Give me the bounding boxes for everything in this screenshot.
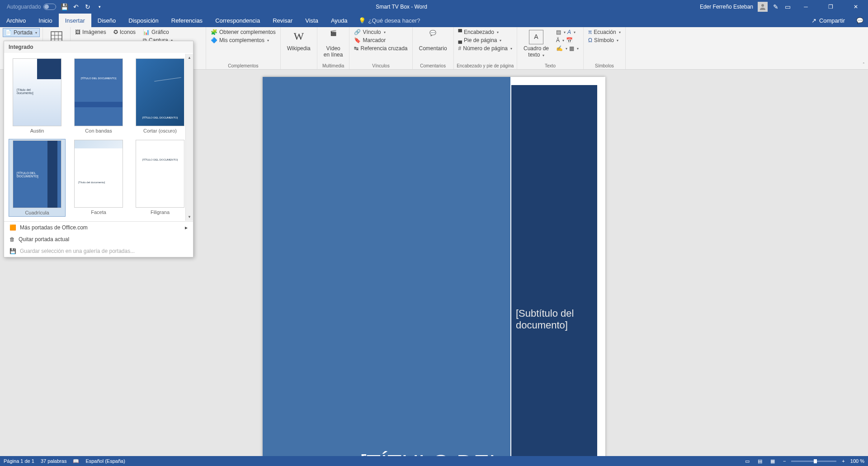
chevron-down-icon: ▾ xyxy=(562,38,564,43)
thumb-text: [TÍTULO DEL DOCUMENTO] xyxy=(136,158,184,161)
zoom-slider[interactable] xyxy=(791,461,836,462)
collapse-ribbon-button[interactable]: ˆ xyxy=(863,62,864,67)
remove-cover-item[interactable]: 🗑 Quitar portada actual xyxy=(4,233,193,245)
scroll-down-icon[interactable]: ▼ xyxy=(186,213,193,221)
mis-complementos-button[interactable]: 🔷Mis complementos▾ xyxy=(209,36,278,44)
referencia-cruzada-button[interactable]: ↹Referencia cruzada xyxy=(352,44,409,52)
group-simbolos-label: Símbolos xyxy=(586,62,623,69)
dropcap-button[interactable]: Ä▾ 📅 xyxy=(554,36,580,44)
comentario-button[interactable]: 💬 Comentario xyxy=(415,28,451,53)
tab-insertar[interactable]: Insertar xyxy=(59,14,91,27)
print-layout-button[interactable]: ▤ xyxy=(755,457,765,465)
cover-austin[interactable]: [Título del documento] Austin xyxy=(9,57,66,134)
cover-cuadricula[interactable]: [TÍTULO DEL DOCUMENTO] Cuadrícula xyxy=(9,139,66,217)
document-title-field[interactable]: [TÍTULO DEL DOCUMENTO] xyxy=(272,450,502,456)
imagenes-button[interactable]: 🖼Imágenes xyxy=(73,28,108,36)
cover-faceta-thumb: [Título del documento] xyxy=(74,140,123,208)
cover-cortar-oscuro[interactable]: [TÍTULO DEL DOCUMENTO] Cortar (oscuro) xyxy=(132,57,189,134)
zoom-out-button[interactable]: − xyxy=(780,458,788,464)
dropdown-scrollbar[interactable]: ▲ ▼ xyxy=(185,54,193,221)
iconos-button[interactable]: ✪Iconos xyxy=(112,28,137,36)
group-vinculos-label: Vínculos xyxy=(352,62,409,69)
cover-faceta[interactable]: [Título del documento] Faceta xyxy=(70,139,127,217)
cover-bandas-thumb: [TÍTULO DEL DOCUMENTO] xyxy=(74,58,123,126)
word-count[interactable]: 37 palabras xyxy=(41,458,67,464)
undo-icon[interactable]: ↶ xyxy=(72,3,80,10)
pen-icon[interactable]: ✎ xyxy=(772,3,779,10)
wikipedia-label: Wikipedia xyxy=(287,45,311,52)
redo-icon[interactable]: ↻ xyxy=(84,3,91,10)
simbolo-button[interactable]: ΩSímbolo▾ xyxy=(586,36,623,44)
page-icon: 📄 xyxy=(5,29,12,36)
close-button[interactable]: ✕ xyxy=(845,0,866,14)
tab-ayuda[interactable]: Ayuda xyxy=(325,14,354,27)
tell-me-search[interactable]: 💡 ¿Qué desea hacer? xyxy=(359,17,420,24)
cover-con-bandas[interactable]: [TÍTULO DEL DOCUMENTO] Con bandas xyxy=(70,57,127,134)
encabezado-button[interactable]: ▀Encabezado▾ xyxy=(457,28,514,36)
maximize-button[interactable]: ❐ xyxy=(821,0,841,14)
autosave-toggle[interactable]: Autoguardado xyxy=(7,4,56,10)
wordart-icon: A xyxy=(567,29,571,35)
remove-cover-label: Quitar portada actual xyxy=(19,236,69,243)
chevron-down-icon: ▾ xyxy=(267,38,269,43)
tab-diseno[interactable]: Diseño xyxy=(91,14,122,27)
window-title: Smart TV Box - Word xyxy=(103,4,700,10)
tab-archivo[interactable]: Archivo xyxy=(0,14,32,27)
wikipedia-button[interactable]: W Wikipedia xyxy=(283,28,314,53)
web-layout-button[interactable]: ▦ xyxy=(768,457,778,465)
more-covers-item[interactable]: 🟧 Más portadas de Office.com ▸ xyxy=(4,222,193,233)
comments-pane-button[interactable]: 💬 xyxy=(852,14,868,27)
cover-left-panel xyxy=(263,77,510,456)
obtener-complementos-button[interactable]: 🧩Obtener complementos xyxy=(209,28,278,36)
object-icon: ▦ xyxy=(569,45,574,52)
read-mode-button[interactable]: ▭ xyxy=(742,457,752,465)
grafico-button[interactable]: 📊Gráfico xyxy=(141,28,175,36)
thumb-text: [TÍTULO DEL DOCUMENTO] xyxy=(17,171,44,178)
quickparts-button[interactable]: ▤▾ A▾ xyxy=(554,28,580,36)
qat-dropdown-icon[interactable]: ▾ xyxy=(96,3,103,10)
cuadro-texto-button[interactable]: A Cuadro de texto ▾ xyxy=(520,28,552,60)
display-mode-icon[interactable]: ▭ xyxy=(784,3,791,10)
signature-button[interactable]: ✍▾ ▦▾ xyxy=(554,44,580,52)
grafico-label: Gráfico xyxy=(151,29,169,35)
ecuacion-button[interactable]: πEcuación▾ xyxy=(586,28,623,36)
chevron-down-icon: ▾ xyxy=(510,47,512,51)
tab-inicio[interactable]: Inicio xyxy=(32,14,58,27)
save-icon[interactable]: 💾 xyxy=(61,3,68,10)
imagenes-label: Imágenes xyxy=(82,29,106,35)
proofing-icon[interactable]: 📖 xyxy=(73,458,79,464)
document-subtitle-field[interactable]: [Subtítulo del documento] xyxy=(516,308,593,331)
minimize-button[interactable]: ─ xyxy=(796,0,816,14)
share-button[interactable]: ↗ Compartir xyxy=(805,17,852,24)
user-avatar-icon[interactable] xyxy=(758,2,768,12)
refcruz-label: Referencia cruzada xyxy=(360,45,407,52)
share-label: Compartir xyxy=(819,17,845,24)
user-name[interactable]: Eder Ferreño Esteban xyxy=(700,4,753,10)
portada-button[interactable]: 📄 Portada ▾ xyxy=(3,28,40,37)
remove-icon: 🗑 xyxy=(9,236,15,243)
cover-filigrana[interactable]: [TÍTULO DEL DOCUMENTO] Filigrana xyxy=(132,139,189,217)
pagenum-icon: # xyxy=(458,45,462,52)
zoom-in-button[interactable]: + xyxy=(839,458,847,464)
group-encabezado-label: Encabezado y pie de página xyxy=(457,62,514,69)
tab-correspondencia[interactable]: Correspondencia xyxy=(209,14,266,27)
simbolo-label: Símbolo xyxy=(594,37,614,43)
textbox-icon: A xyxy=(529,30,543,44)
tab-revisar[interactable]: Revisar xyxy=(266,14,299,27)
zoom-level[interactable]: 100 % xyxy=(850,458,864,464)
numero-pagina-button[interactable]: #Número de página▾ xyxy=(457,44,514,52)
pie-pagina-button[interactable]: ▄Pie de página▾ xyxy=(457,36,514,44)
vinculo-button[interactable]: 🔗Vínculo▾ xyxy=(352,28,409,36)
video-button[interactable]: 🎬 Vídeo en línea xyxy=(320,28,347,60)
scroll-up-icon[interactable]: ▲ xyxy=(186,54,193,62)
marcador-button[interactable]: 🔖Marcador xyxy=(352,36,409,44)
tab-disposicion[interactable]: Disposición xyxy=(122,14,165,27)
save-gallery-icon: 💾 xyxy=(9,248,16,254)
chevron-down-icon: ▾ xyxy=(384,30,386,34)
language-status[interactable]: Español (España) xyxy=(85,458,125,464)
icons-icon: ✪ xyxy=(113,29,118,35)
tab-referencias[interactable]: Referencias xyxy=(165,14,209,27)
tab-vista[interactable]: Vista xyxy=(299,14,325,27)
page-status[interactable]: Página 1 de 1 xyxy=(4,458,34,464)
page[interactable]: [TÍTULO DEL DOCUMENTO] [Subtítulo del do… xyxy=(263,77,605,456)
